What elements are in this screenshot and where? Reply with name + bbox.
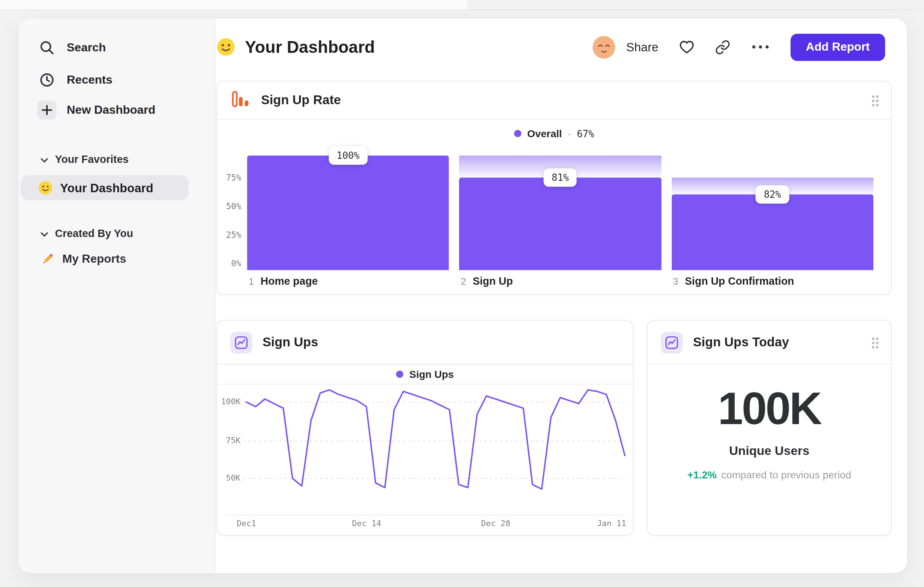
header-actions: Share Add Report: [592, 33, 885, 61]
sign-ups-today-header: Sign Ups Today: [648, 321, 891, 365]
card-title: Sign Up Rate: [261, 93, 341, 108]
legend-dot: [514, 130, 521, 137]
signup-rate-card-header: Sign Up Rate: [217, 81, 891, 120]
drag-handle-icon[interactable]: [871, 95, 879, 110]
bar-chart-icon: [230, 88, 251, 112]
copy-link-icon[interactable]: [715, 39, 730, 55]
step-number: 1: [249, 276, 254, 286]
line-legend[interactable]: Sign Ups: [217, 365, 633, 384]
smiley-emoji-icon: [38, 180, 53, 195]
metric-label: Unique Users: [648, 444, 891, 459]
funnel-bar: [672, 194, 873, 270]
legend-separator: ·: [568, 128, 571, 139]
sidebar-search-label: Search: [67, 41, 106, 54]
add-report-button[interactable]: Add Report: [790, 33, 885, 61]
step-number: 3: [673, 276, 678, 286]
y-axis-tick: 50%: [219, 201, 241, 211]
sidebar-section-created-by-you[interactable]: Created By You: [40, 227, 133, 240]
funnel-bar: [247, 155, 449, 270]
drag-handle-icon[interactable]: [871, 337, 879, 352]
step-name: Sign Up: [473, 275, 513, 287]
legend-label: Sign Ups: [409, 368, 454, 380]
sign-ups-card: Sign Ups Sign Ups 100K 75K 50K Dec1 De: [216, 320, 634, 536]
y-axis-tick: 0%: [219, 258, 241, 269]
conversion-chip: 100%: [328, 146, 368, 165]
funnel-step-home-page: 100% 1 Home page: [247, 155, 449, 271]
funnel-columns: 100% 1 Home page 81% 2 Sign Up: [247, 155, 873, 271]
legend-value: 67%: [577, 128, 594, 139]
signup-rate-card: Sign Up Rate Overall · 67% 75% 50% 25% 0…: [216, 81, 892, 295]
share-button[interactable]: Share: [626, 40, 658, 54]
delta-row: +1.2%compared to previous period: [648, 469, 891, 481]
legend-label: Overall: [527, 128, 562, 139]
delta-caption: compared to previous period: [721, 469, 851, 481]
chevron-down-icon: [40, 227, 48, 240]
step-label: 2 Sign Up: [461, 275, 513, 287]
plus-icon: [37, 101, 56, 120]
more-options-icon[interactable]: [751, 44, 770, 50]
step-label: 3 Sign Up Confirmation: [673, 275, 794, 287]
sidebar-item-my-reports[interactable]: My Reports: [40, 252, 126, 266]
card-title: Sign Ups Today: [693, 335, 789, 350]
page-header: Your Dashboard Share Add Rep: [216, 29, 885, 64]
conversion-chip: 82%: [756, 185, 789, 203]
sidebar-item-new-dashboard[interactable]: New Dashboard: [37, 101, 155, 120]
page-title: Your Dashboard: [245, 37, 375, 57]
created-section-label: Created By You: [55, 227, 133, 239]
y-axis-tick: 25%: [219, 230, 241, 240]
big-number-value: 100K: [648, 382, 891, 434]
share-group: Share: [592, 36, 658, 58]
x-axis-tick: Dec1: [237, 519, 256, 528]
step-name: Home page: [260, 275, 318, 287]
your-dashboard-label: Your Dashboard: [60, 181, 153, 195]
sidebar: Search Recents New Dashboard Your Favori…: [18, 18, 216, 573]
favorite-heart-icon[interactable]: [679, 40, 695, 54]
app-root: Search Recents New Dashboard Your Favori…: [0, 0, 924, 587]
step-number: 2: [461, 276, 466, 286]
pencil-icon: [40, 252, 55, 266]
sign-ups-card-header: Sign Ups: [217, 321, 633, 365]
step-label: 1 Home page: [249, 275, 318, 287]
funnel-step-sign-up-confirmation: 82% 3 Sign Up Confirmation: [672, 155, 873, 271]
sign-ups-today-card: Sign Ups Today 100K Unique Users +1.2%co…: [647, 320, 892, 536]
page-title-group: Your Dashboard: [216, 37, 375, 57]
x-axis-tick: Jan 11: [597, 519, 626, 528]
funnel-step-sign-up: 81% 2 Sign Up: [459, 155, 662, 271]
smiley-emoji-icon: [216, 37, 235, 56]
clock-icon: [37, 70, 56, 89]
chevron-down-icon: [40, 153, 48, 166]
x-axis-tick: Dec 14: [352, 519, 381, 528]
app-window: Search Recents New Dashboard Your Favori…: [18, 18, 908, 574]
line-chart-svg: [217, 384, 633, 535]
my-reports-label: My Reports: [62, 252, 126, 266]
sidebar-section-your-favorites[interactable]: Your Favorites: [40, 153, 129, 166]
line-chart-icon: [230, 331, 252, 353]
conversion-chip: 81%: [543, 169, 577, 187]
sidebar-item-your-dashboard[interactable]: Your Dashboard: [21, 175, 188, 200]
search-icon: [37, 38, 56, 57]
window-top-strip: [0, 0, 924, 10]
step-name: Sign Up Confirmation: [685, 275, 794, 287]
card-title: Sign Ups: [262, 335, 318, 350]
user-avatar[interactable]: [592, 36, 615, 58]
legend-dot: [396, 370, 403, 378]
y-axis-tick: 75%: [219, 172, 241, 183]
sidebar-new-dashboard-label: New Dashboard: [67, 103, 155, 117]
sidebar-item-recents[interactable]: Recents: [37, 70, 112, 89]
favorites-section-label: Your Favorites: [55, 153, 129, 165]
sidebar-item-search[interactable]: Search: [37, 38, 106, 57]
funnel-bar: [459, 178, 662, 270]
x-axis-tick: Dec 28: [481, 519, 510, 528]
line-chart-area: 100K 75K 50K Dec1 Dec 14 Dec 28 Jan 11: [217, 384, 633, 535]
sidebar-recents-label: Recents: [67, 73, 112, 87]
delta-value: +1.2%: [687, 469, 716, 481]
line-chart-icon: [661, 331, 683, 353]
funnel-legend[interactable]: Overall · 67%: [217, 120, 891, 147]
